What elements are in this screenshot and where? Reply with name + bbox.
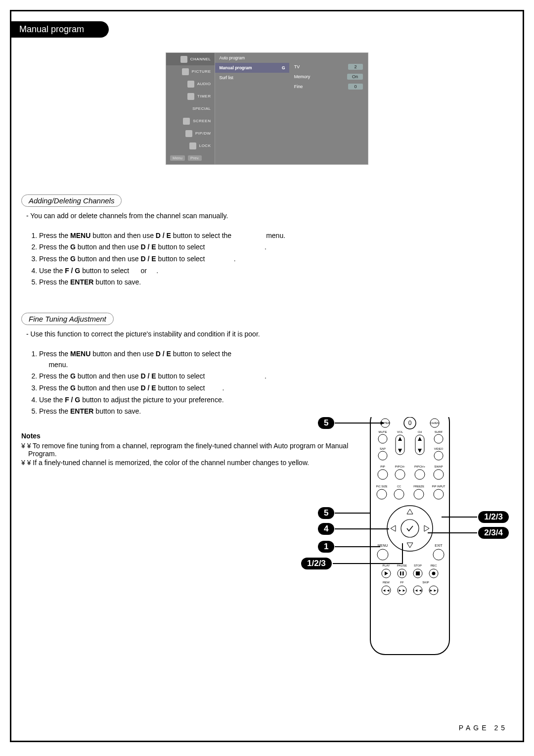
svg-text:SWAP: SWAP — [434, 465, 443, 468]
osd-tv-row: TV2 — [294, 62, 363, 72]
svg-text:PIPCH+: PIPCH+ — [414, 465, 425, 468]
svg-point-32 — [434, 470, 444, 479]
page-number: PAGE 25 — [459, 724, 508, 732]
step: Press the G button and then use D / E bu… — [39, 383, 367, 394]
callout-123-right: 1/2/3 — [478, 511, 509, 523]
step: Press the MENU button and then use D / E… — [39, 231, 367, 241]
svg-point-31 — [415, 470, 425, 479]
osd-cat-lock: LOCK — [166, 140, 215, 152]
step: Use the F / G button to select or . — [39, 266, 367, 277]
section1-head: Adding/Deleting Channels — [21, 194, 122, 207]
callout-5-top: 5 — [318, 417, 334, 429]
section2-intro: - Use this function to correct the pictu… — [26, 329, 367, 340]
osd-cat-timer: TIMER — [166, 90, 215, 102]
arrow-line-v — [402, 543, 403, 564]
section1-steps: Press the MENU button and then use D / E… — [26, 231, 367, 288]
section2-head: Fine Tuning Adjustment — [21, 313, 114, 325]
osd-fine-row: Fine0 — [294, 82, 363, 92]
svg-text:FF: FF — [400, 581, 404, 584]
section2-steps: Press the MENU button and then use D / E… — [26, 349, 367, 417]
arrow-line — [335, 513, 370, 514]
osd-left-col: CHANNEL PICTURE AUDIO TIMER SPECIAL SCRE… — [166, 53, 215, 164]
section-fine-tuning: Fine Tuning Adjustment - Use this functi… — [21, 308, 367, 417]
callout-4: 4 — [318, 523, 334, 535]
svg-text:SAP: SAP — [380, 447, 386, 450]
svg-text:CH/EN: CH/EN — [430, 422, 440, 425]
arrow-line — [335, 528, 389, 529]
callout-123-left: 1/2/3 — [301, 558, 332, 569]
svg-text:EXIT: EXIT — [435, 544, 443, 547]
svg-text:VOL: VOL — [397, 430, 403, 433]
svg-rect-59 — [402, 571, 404, 575]
svg-text:REC: REC — [431, 564, 437, 567]
svg-point-13 — [378, 434, 387, 443]
page: Manual program CHANNEL PICTURE AUDIO TIM… — [10, 10, 524, 742]
osd-menu-prev: MenuPrev. — [166, 152, 215, 164]
svg-text:PLAY: PLAY — [383, 564, 390, 567]
pip-icon — [185, 130, 192, 137]
osd-cat-special: SPECIAL — [166, 102, 215, 115]
picture-icon — [182, 68, 189, 75]
svg-text:◄◄: ◄◄ — [382, 588, 390, 593]
osd-auto-program: Auto program — [215, 53, 289, 63]
svg-text:SURF: SURF — [435, 430, 443, 433]
remote-diagram: 5 5 4 1 1/2/3 1/2/3 2/3/4 ENTER 0 CH/EN — [301, 417, 509, 674]
svg-text:SKIP: SKIP — [422, 581, 429, 584]
osd-right-col: TV2 MemoryOn Fine0 — [289, 53, 368, 164]
step: Press the G button and then use D / E bu… — [39, 371, 367, 382]
section-adding-deleting: Adding/Deleting Channels - You can add o… — [21, 189, 367, 288]
svg-text:MUTE: MUTE — [379, 430, 387, 433]
svg-text:FREEZE: FREEZE — [413, 485, 424, 488]
svg-text:REW: REW — [383, 581, 390, 584]
lock-icon — [189, 142, 196, 149]
svg-text:VIDEO: VIDEO — [434, 447, 444, 450]
osd-manual-program: Manual programG — [215, 63, 289, 73]
timer-icon — [187, 93, 194, 100]
osd-cat-pipdw: PIP/DW — [166, 127, 215, 140]
svg-text:0: 0 — [408, 420, 412, 426]
svg-point-42 — [401, 520, 419, 537]
callout-5-mid: 5 — [318, 507, 334, 519]
svg-point-22 — [378, 451, 387, 460]
osd-cat-channel: CHANNEL — [166, 53, 215, 65]
svg-rect-61 — [416, 571, 420, 575]
svg-point-57 — [398, 569, 406, 578]
svg-rect-58 — [400, 571, 401, 575]
channel-icon — [180, 56, 187, 63]
arrow-line — [333, 563, 402, 564]
svg-text:PIP INPUT: PIP INPUT — [432, 485, 445, 488]
arrow-line — [335, 546, 380, 547]
arrow-line — [442, 517, 477, 518]
osd-mid-col: Auto program Manual programG Surf list — [215, 53, 289, 164]
arrow-line — [428, 532, 477, 533]
osd-menu: CHANNEL PICTURE AUDIO TIMER SPECIAL SCRE… — [166, 52, 368, 165]
step: Use the F / G button to adjust the pictu… — [39, 395, 367, 406]
step: Press the MENU button and then use D / E… — [39, 349, 367, 370]
svg-text:|◄◄: |◄◄ — [413, 588, 422, 593]
svg-text:PAUSE: PAUSE — [397, 564, 407, 567]
screen-icon — [183, 118, 190, 125]
svg-point-38 — [394, 489, 404, 499]
page-title: Manual program — [11, 21, 109, 38]
osd-surf-list: Surf list — [215, 73, 289, 83]
svg-text:PIPCH-: PIPCH- — [395, 465, 405, 468]
step: Press the ENTER button to save. — [39, 277, 367, 288]
arrow-line — [335, 423, 384, 424]
callout-234-right: 2/3/4 — [478, 527, 509, 539]
section1-intro: - You can add or delete channels from th… — [26, 211, 367, 222]
svg-text:PIP: PIP — [380, 465, 385, 468]
svg-text:►►|: ►►| — [429, 588, 438, 593]
svg-point-50 — [433, 549, 444, 560]
step: Press the G button and then use D / E bu… — [39, 242, 367, 253]
audio-icon — [187, 81, 194, 88]
svg-text:STOP: STOP — [414, 564, 422, 567]
osd-cat-audio: AUDIO — [166, 78, 215, 90]
svg-point-24 — [434, 451, 443, 460]
svg-text:►►: ►► — [398, 588, 406, 593]
svg-point-37 — [377, 489, 387, 499]
callout-1: 1 — [318, 541, 334, 553]
step: Press the ENTER button to save. — [39, 406, 367, 417]
step: Press the G button and then use D / E bu… — [39, 254, 367, 265]
svg-text:CC: CC — [397, 485, 401, 488]
osd-cat-picture: PICTURE — [166, 65, 215, 78]
